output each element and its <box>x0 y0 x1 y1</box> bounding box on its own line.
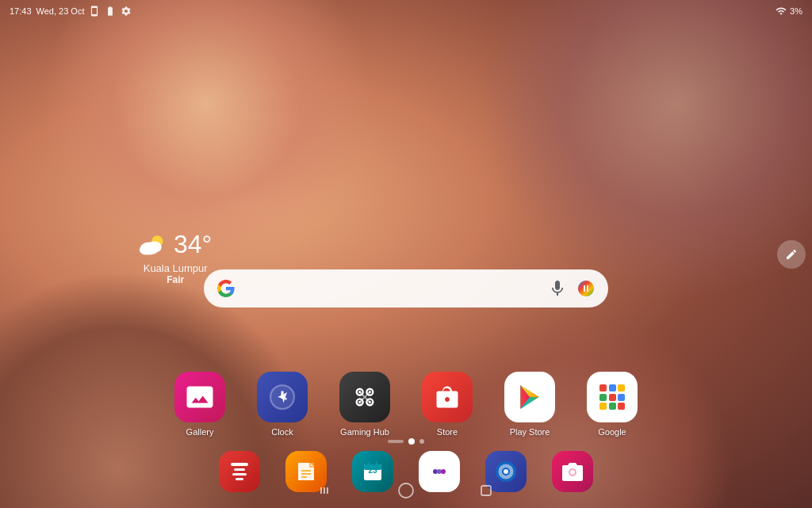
search-icons <box>548 279 596 298</box>
app-gaming-hub[interactable]: Gaming Hub <box>339 372 390 437</box>
weather-cloud-icon <box>139 234 167 256</box>
svg-rect-23 <box>618 403 625 410</box>
svg-rect-17 <box>618 384 625 392</box>
clock-icon <box>257 372 308 422</box>
status-left: 17:43 Wed, 23 Oct <box>10 6 132 17</box>
svg-point-13 <box>358 401 361 403</box>
status-bar: 17:43 Wed, 23 Oct 3% <box>0 0 812 22</box>
app-play-store[interactable]: Play Store <box>504 372 555 437</box>
weather-city: Kuala Lumpur <box>139 262 212 274</box>
settings-icon <box>121 6 132 17</box>
app-clock[interactable]: Clock <box>257 372 308 437</box>
svg-rect-16 <box>609 384 616 392</box>
svg-point-11 <box>358 391 361 393</box>
clock-label: Clock <box>271 427 293 437</box>
svg-rect-24 <box>231 463 248 466</box>
svg-point-14 <box>369 401 371 403</box>
wifi-icon <box>776 6 787 17</box>
store-icon <box>422 372 473 422</box>
gallery-label: Gallery <box>186 427 214 437</box>
page-dot-3[interactable] <box>419 439 424 444</box>
time: 17:43 <box>10 6 32 16</box>
google-logo <box>216 279 236 298</box>
battery-icon <box>105 6 116 17</box>
svg-point-39 <box>441 469 446 474</box>
mic-icon[interactable] <box>548 279 567 298</box>
svg-rect-20 <box>618 394 625 401</box>
nav-home[interactable] <box>397 482 415 503</box>
app-gallery[interactable]: Gallery <box>174 372 225 437</box>
page-dot-active[interactable] <box>408 438 415 445</box>
gallery-icon <box>174 372 225 422</box>
weather-condition: Fair <box>139 274 212 285</box>
svg-rect-46 <box>320 487 322 494</box>
lens-icon[interactable] <box>576 279 596 298</box>
nav-recents[interactable] <box>478 483 494 502</box>
google-app-icon <box>587 372 638 422</box>
edit-button[interactable] <box>777 240 806 269</box>
nav-bar <box>0 476 812 508</box>
svg-rect-19 <box>609 394 616 401</box>
gaming-hub-label: Gaming Hub <box>340 427 389 437</box>
play-store-label: Play Store <box>510 427 550 437</box>
svg-point-4 <box>193 390 197 395</box>
store-label: Store <box>437 427 458 437</box>
nav-back[interactable] <box>318 483 334 502</box>
gaming-hub-icon <box>339 372 390 422</box>
google-label: Google <box>598 427 626 437</box>
page-indicators <box>388 438 424 445</box>
svg-rect-47 <box>324 487 325 494</box>
svg-point-43 <box>504 469 508 474</box>
svg-point-45 <box>570 470 575 475</box>
svg-point-12 <box>369 391 371 393</box>
app-row: Gallery Clock <box>174 372 638 437</box>
svg-rect-21 <box>599 403 607 410</box>
svg-point-3 <box>140 245 152 255</box>
svg-point-49 <box>399 483 413 498</box>
date: Wed, 23 Oct <box>36 6 85 16</box>
search-bar[interactable] <box>204 269 608 307</box>
svg-rect-25 <box>234 468 245 471</box>
app-store[interactable]: Store <box>422 372 473 437</box>
page-dot-1[interactable] <box>388 440 404 443</box>
svg-rect-18 <box>599 394 607 401</box>
status-right: 3% <box>776 6 802 17</box>
weather-temperature: 34° <box>174 230 212 259</box>
weather-widget: 34° Kuala Lumpur Fair <box>139 230 212 285</box>
battery-percent: 3% <box>790 6 802 16</box>
svg-rect-15 <box>599 384 607 392</box>
svg-rect-26 <box>232 473 247 476</box>
svg-rect-22 <box>609 403 616 410</box>
svg-rect-48 <box>327 487 328 494</box>
svg-rect-50 <box>481 486 491 495</box>
app-google[interactable]: Google <box>587 372 638 437</box>
play-store-icon <box>504 372 555 422</box>
screenshot-icon <box>89 6 100 17</box>
